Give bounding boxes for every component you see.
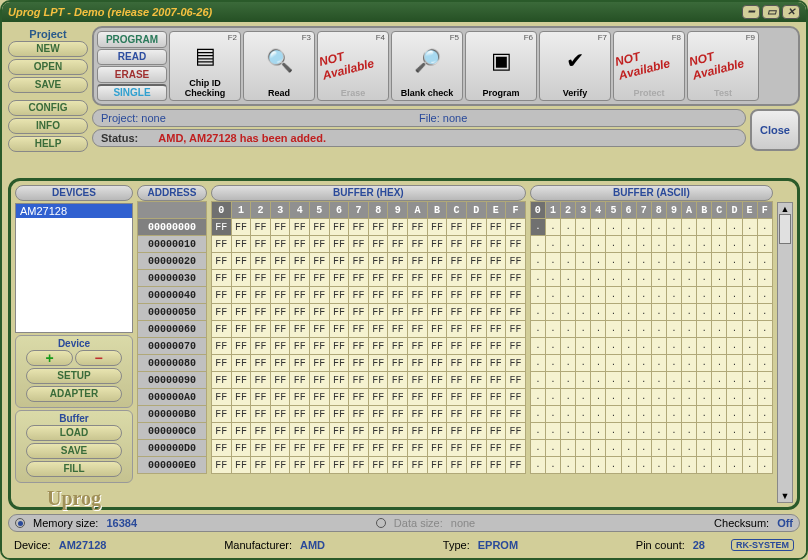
toolbar-test-button: F9NOT AvailableTest [687, 31, 759, 101]
setup-button[interactable]: SETUP [26, 368, 122, 384]
toolbar: PROGRAM READ ERASE SINGLE F2▤Chip ID Che… [92, 26, 800, 106]
device-list-item[interactable]: AM27128 [16, 204, 132, 218]
toolbar-protect-button: F8NOT AvailableProtect [613, 31, 685, 101]
footer-memory-line: Memory size: 16384 Data size: none Check… [8, 514, 800, 532]
left-button-column: Project NEW OPEN SAVE CONFIG INFO HELP [8, 26, 88, 174]
scroll-up-icon[interactable]: ▲ [781, 204, 790, 214]
logo: Uprog [15, 487, 133, 510]
scrollbar[interactable]: ▲ ▼ [777, 202, 793, 503]
buffer-hex-header: BUFFER (HEX) [211, 185, 526, 201]
data-size-radio[interactable] [376, 518, 386, 528]
device-add-button[interactable]: + [26, 350, 73, 366]
address-header: ADDRESS [137, 185, 207, 201]
toolbar-program-button[interactable]: F6▣Program [465, 31, 537, 101]
toolbar-verify-button[interactable]: F7✔Verify [539, 31, 611, 101]
save-project-button[interactable]: SAVE [8, 77, 88, 93]
mode-read-button[interactable]: READ [97, 49, 167, 66]
address-table: 0000000000000010000000200000003000000040… [137, 201, 207, 474]
save-buffer-button[interactable]: SAVE [26, 443, 122, 459]
buffer-ascii-header: BUFFER (ASCII) [530, 185, 773, 201]
devices-header: DEVICES [15, 185, 133, 201]
toolbar-erase-button: F4NOT AvailableErase [317, 31, 389, 101]
mode-program-button[interactable]: PROGRAM [97, 31, 167, 48]
buffer-control-panel: Buffer LOAD SAVE FILL [15, 410, 133, 483]
config-button[interactable]: CONFIG [8, 100, 88, 116]
footer-device-line: Device: AM27128 Manufacturer: AMD Type: … [8, 536, 800, 554]
scroll-down-icon[interactable]: ▼ [781, 491, 790, 501]
device-control-panel: Device + − SETUP ADAPTER [15, 335, 133, 408]
toolbar-read-button[interactable]: F3🔍Read [243, 31, 315, 101]
memory-size-radio[interactable] [15, 518, 25, 528]
ascii-table[interactable]: 0123456789ABCDEF........................… [530, 201, 773, 474]
device-remove-button[interactable]: − [75, 350, 122, 366]
adapter-button[interactable]: ADAPTER [26, 386, 122, 402]
toolbar-blank-check-button[interactable]: F5🔎Blank check [391, 31, 463, 101]
maximize-button[interactable]: ▭ [762, 5, 780, 19]
status-line: Status: AMD, AM27128 has been added. [92, 129, 746, 147]
device-list[interactable]: AM27128 [15, 203, 133, 333]
minimize-button[interactable]: ━ [742, 5, 760, 19]
close-button[interactable]: Close [750, 109, 800, 151]
title-bar: Uprog LPT - Demo (release 2007-06-26) ━ … [2, 2, 806, 22]
project-group-label: Project [8, 28, 88, 40]
close-window-button[interactable]: ✕ [782, 5, 800, 19]
mode-erase-button[interactable]: ERASE [97, 66, 167, 83]
project-file-line: Project: none File: none [92, 109, 746, 127]
info-button[interactable]: INFO [8, 118, 88, 134]
mode-single-button[interactable]: SINGLE [97, 84, 167, 102]
hex-table[interactable]: 0123456789ABCDEFFFFFFFFFFFFFFFFFFFFFFFFF… [211, 201, 526, 474]
toolbar-chip-id-checking-button[interactable]: F2▤Chip ID Checking [169, 31, 241, 101]
open-button[interactable]: OPEN [8, 59, 88, 75]
load-button[interactable]: LOAD [26, 425, 122, 441]
help-button[interactable]: HELP [8, 136, 88, 152]
window-title: Uprog LPT - Demo (release 2007-06-26) [8, 2, 212, 22]
brand-badge: RK-SYSTEM [731, 539, 794, 551]
new-button[interactable]: NEW [8, 41, 88, 57]
scroll-thumb[interactable] [779, 214, 791, 244]
fill-button[interactable]: FILL [26, 461, 122, 477]
